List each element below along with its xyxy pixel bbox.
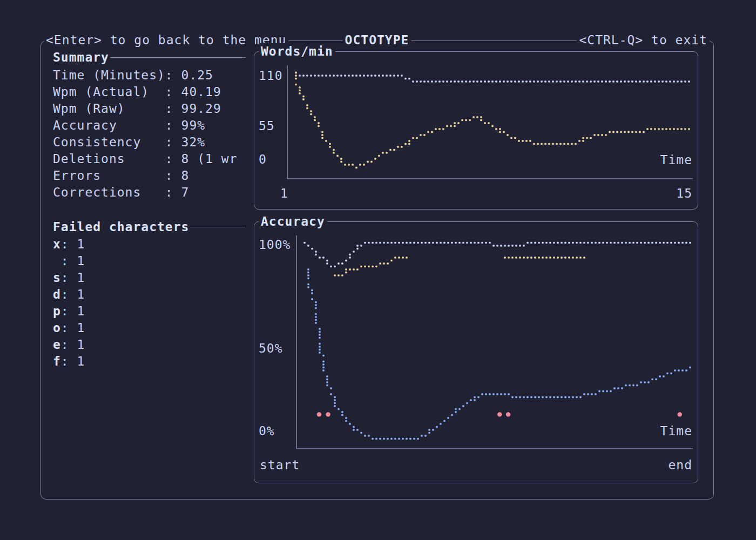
accuracy-xaxis-label: Time: [660, 423, 692, 440]
failed-character-glyph: s: [53, 271, 61, 285]
back-to-menu-hint: <Enter> to go back to the menu: [44, 32, 288, 49]
failed-character-glyph: p: [53, 304, 61, 318]
accuracy-xtick-end: end: [668, 457, 692, 474]
failed-character-row: e: 1: [53, 336, 85, 353]
accuracy-ytick-100: 100%: [259, 237, 291, 253]
failed-character-row: o: 1: [53, 320, 85, 336]
summary-header: Summary: [53, 49, 246, 66]
exit-hint: <CTRL-Q> to exit: [577, 32, 710, 49]
failed-character-glyph: e: [53, 338, 61, 352]
failed-character-row: s: 1: [53, 269, 85, 286]
failed-character-row: x: 1: [53, 236, 85, 253]
wpm-xtick-max: 15: [676, 185, 692, 202]
failed-characters-title: Failed characters: [53, 219, 189, 235]
accuracy-chart-canvas: [254, 222, 697, 482]
accuracy-xtick-start: start: [260, 457, 300, 474]
failed-character-glyph: o: [53, 321, 61, 335]
failed-character-glyph: d: [53, 287, 61, 301]
failed-characters-list: x: 1 : 1s: 1d: 1p: 1o: 1e: 1f: 1: [53, 236, 85, 370]
failed-character-glyph: f: [53, 354, 61, 368]
summary-row: Consistency : 32%: [53, 134, 238, 151]
accuracy-ytick-0: 0%: [259, 423, 275, 440]
wpm-ytick-55: 55: [259, 118, 275, 134]
summary-header-rule: [110, 57, 246, 58]
accuracy-ytick-50: 50%: [259, 340, 283, 357]
failed-character-row: : 1: [53, 253, 85, 269]
summary-row: Corrections : 7: [53, 184, 238, 201]
wpm-xtick-min: 1: [280, 185, 288, 202]
failed-characters-header: Failed characters: [53, 219, 246, 235]
failed-character-glyph: x: [53, 237, 61, 251]
failed-character-glyph: [53, 254, 61, 268]
failed-character-row: f: 1: [53, 353, 85, 370]
failed-characters-header-rule: [190, 227, 246, 227]
app-title: OCTOTYPE: [343, 32, 411, 49]
wpm-chart-panel: Words/min 110 55 0 Time 1 15: [254, 51, 698, 210]
summary-list: Time (Minutes): 0.25Wpm (Actual) : 40.19…: [53, 67, 238, 201]
summary-title: Summary: [53, 49, 109, 66]
summary-row: Accuracy : 99%: [53, 117, 238, 134]
summary-row: Wpm (Actual) : 40.19: [53, 84, 238, 100]
wpm-ytick-0: 0: [259, 151, 267, 168]
wpm-ytick-110: 110: [259, 68, 283, 84]
failed-character-row: d: 1: [53, 286, 85, 303]
failed-character-row: p: 1: [53, 303, 85, 320]
accuracy-chart-panel: Accuracy 100% 50% 0% Time start end: [254, 221, 698, 483]
wpm-xaxis-label: Time: [660, 152, 692, 168]
summary-row: Time (Minutes): 0.25: [53, 67, 238, 84]
summary-row: Errors : 8: [53, 167, 238, 184]
summary-row: Deletions : 8 (1 wr: [53, 151, 238, 167]
summary-row: Wpm (Raw) : 99.29: [53, 100, 238, 117]
wpm-chart-canvas: [254, 52, 697, 208]
